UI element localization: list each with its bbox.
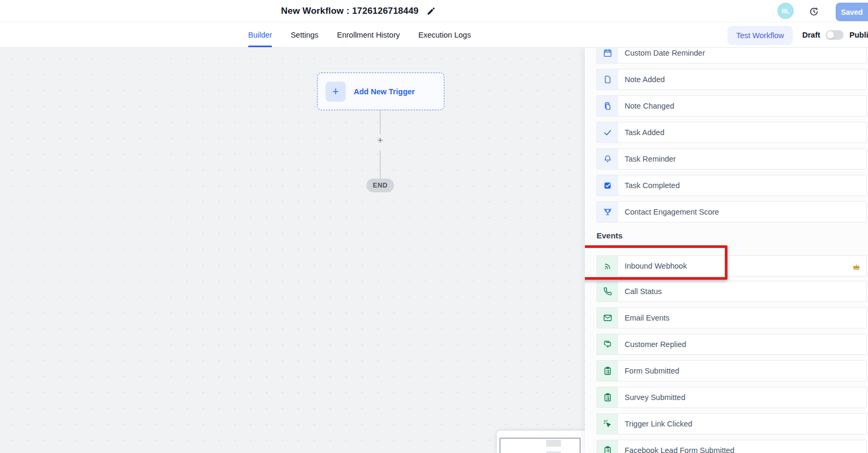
plus-icon: + xyxy=(326,82,346,102)
connector-line xyxy=(380,110,381,134)
note-icon xyxy=(597,69,618,90)
sidebar-item-inbound-webhook[interactable]: Inbound Webhook xyxy=(597,255,867,277)
test-workflow-button[interactable]: Test Workflow xyxy=(727,26,793,45)
title-bar: New Workflow : 1726126718449 RL Saved xyxy=(0,0,868,22)
phone-icon xyxy=(597,281,618,301)
publish-label: Publish xyxy=(849,22,868,47)
connector-line xyxy=(380,150,381,179)
sidebar-item-email-events[interactable]: Email Events xyxy=(597,307,867,328)
workflow-builder-app: New Workflow : 1726126718449 RL Saved Bu… xyxy=(0,0,868,453)
sidebar-item-call-status[interactable]: Call Status xyxy=(597,281,867,302)
checkbox-checked-icon xyxy=(597,175,618,196)
sidebar-item-customer-replied[interactable]: Customer Replied xyxy=(597,334,867,355)
trigger-sidebar: Custom Date Reminder Note Added Note Cha… xyxy=(585,48,868,453)
mail-icon xyxy=(597,308,618,328)
sidebar-item-task-reminder[interactable]: Task Reminder xyxy=(597,148,867,170)
note-copy-icon xyxy=(597,96,618,116)
tabs: Builder Settings Enrollment History Exec… xyxy=(248,22,471,47)
sidebar-item-trigger-link-clicked[interactable]: Trigger Link Clicked xyxy=(597,413,867,434)
webhook-icon xyxy=(597,256,618,276)
add-new-trigger-button[interactable]: + Add New Trigger xyxy=(317,73,444,110)
cursor-click-icon xyxy=(597,414,618,434)
history-button[interactable] xyxy=(808,5,820,18)
sidebar-item-contact-engagement-score[interactable]: Contact Engagement Score xyxy=(597,201,867,223)
sidebar-item-survey-submitted[interactable]: Survey Submitted xyxy=(597,387,867,408)
sidebar-item-note-added[interactable]: Note Added xyxy=(597,69,867,90)
pencil-icon xyxy=(426,6,436,16)
toggle-knob xyxy=(827,31,834,39)
main-area: + Add New Trigger + END Custom Date Remi… xyxy=(0,48,868,453)
events-section-header: Events xyxy=(597,231,622,240)
tab-builder[interactable]: Builder xyxy=(248,22,272,47)
sidebar-item-form-submitted[interactable]: Form Submitted xyxy=(597,360,867,381)
crown-premium-icon xyxy=(852,262,861,271)
history-clock-icon xyxy=(809,7,819,16)
clipboard-icon xyxy=(597,440,618,453)
sidebar-item-custom-date-reminder[interactable]: Custom Date Reminder xyxy=(597,48,867,64)
chat-icon xyxy=(597,334,618,354)
calendar-icon xyxy=(597,48,618,63)
tab-execution-logs[interactable]: Execution Logs xyxy=(418,22,471,47)
bell-icon xyxy=(597,149,618,169)
tab-bar: Builder Settings Enrollment History Exec… xyxy=(0,22,868,48)
page-title: New Workflow : 1726126718449 xyxy=(281,6,418,16)
minimap-viewport xyxy=(499,438,581,453)
sidebar-item-note-changed[interactable]: Note Changed xyxy=(597,95,867,117)
sidebar-item-task-completed[interactable]: Task Completed xyxy=(597,175,867,196)
clipboard-icon xyxy=(597,387,618,407)
clipboard-icon xyxy=(597,361,618,381)
check-icon xyxy=(597,122,618,143)
sidebar-item-facebook-lead-form-submitted[interactable]: Facebook Lead Form Submitted xyxy=(597,440,867,453)
add-step-plus-button[interactable]: + xyxy=(375,134,385,147)
workflow-canvas[interactable]: + Add New Trigger + END xyxy=(0,48,585,453)
saved-button[interactable]: Saved xyxy=(836,3,868,21)
draft-label: Draft xyxy=(802,22,820,47)
avatar[interactable]: RL xyxy=(777,3,794,19)
publish-toggle[interactable] xyxy=(826,30,844,40)
sidebar-item-task-added[interactable]: Task Added xyxy=(597,122,867,143)
minimap-panel[interactable] xyxy=(497,431,585,453)
trophy-icon xyxy=(597,202,618,222)
edit-title-button[interactable] xyxy=(426,6,436,16)
add-new-trigger-label: Add New Trigger xyxy=(354,87,415,96)
tab-settings[interactable]: Settings xyxy=(291,22,318,47)
tab-enrollment-history[interactable]: Enrollment History xyxy=(337,22,400,47)
minimap-node xyxy=(546,440,561,447)
end-node: END xyxy=(366,179,394,192)
